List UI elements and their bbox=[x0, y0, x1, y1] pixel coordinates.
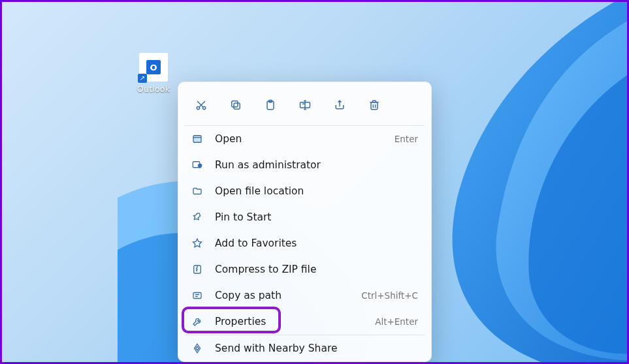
svg-point-0 bbox=[197, 107, 199, 110]
cut-button[interactable] bbox=[190, 95, 212, 117]
star-icon bbox=[190, 236, 204, 250]
menu-item-label: Add to Favorites bbox=[215, 237, 418, 249]
menu-item-label: Run as administrator bbox=[215, 159, 418, 171]
paste-button[interactable] bbox=[259, 95, 282, 117]
context-menu-action-row bbox=[182, 87, 427, 125]
nearby-icon bbox=[190, 341, 204, 356]
zip-icon bbox=[190, 262, 204, 277]
rename-button[interactable] bbox=[294, 95, 316, 117]
menu-item-shortcut: Ctrl+Shift+C bbox=[361, 290, 418, 301]
menu-item-copy-as-path[interactable]: Copy as path Ctrl+Shift+C bbox=[182, 282, 427, 309]
delete-button[interactable] bbox=[363, 95, 385, 117]
menu-item-open[interactable]: Open Enter bbox=[182, 126, 427, 152]
share-icon bbox=[333, 99, 346, 114]
menu-item-pin-start[interactable]: Pin to Start bbox=[182, 204, 427, 230]
svg-rect-11 bbox=[193, 293, 201, 299]
menu-item-label: Pin to Start bbox=[215, 211, 418, 223]
outlook-icon: O ↗ bbox=[139, 53, 168, 82]
menu-item-run-administrator[interactable]: Run as administrator bbox=[182, 152, 427, 178]
delete-icon bbox=[368, 99, 381, 114]
context-menu: Open Enter Run as administrator Open fil… bbox=[178, 82, 432, 362]
menu-item-shortcut: Enter bbox=[395, 134, 418, 144]
menu-item-shortcut: Alt+Enter bbox=[375, 316, 418, 327]
copypath-icon bbox=[190, 288, 204, 303]
rename-icon bbox=[298, 99, 312, 114]
desktop-shortcut-outlook[interactable]: O ↗ Outlook bbox=[133, 53, 174, 94]
cut-icon bbox=[195, 99, 208, 114]
shortcut-arrow-icon: ↗ bbox=[138, 74, 147, 83]
copy-icon bbox=[229, 99, 242, 114]
menu-item-label: Open bbox=[215, 133, 395, 145]
svg-rect-2 bbox=[234, 103, 240, 109]
paste-icon bbox=[264, 99, 277, 114]
pin-icon bbox=[190, 210, 204, 224]
menu-item-add-favorites[interactable]: Add to Favorites bbox=[182, 230, 427, 256]
svg-rect-8 bbox=[193, 136, 201, 143]
open-icon bbox=[190, 132, 204, 146]
menu-item-label: Compress to ZIP file bbox=[215, 264, 418, 275]
share-button[interactable] bbox=[329, 95, 351, 117]
svg-rect-7 bbox=[371, 102, 378, 110]
svg-point-1 bbox=[203, 107, 206, 110]
menu-item-label: Copy as path bbox=[215, 290, 361, 301]
desktop-shortcut-label: Outlook bbox=[137, 84, 170, 94]
menu-item-label: Send with Nearby Share bbox=[215, 342, 418, 354]
folder-icon bbox=[190, 184, 204, 198]
menu-item-properties[interactable]: Properties Alt+Enter bbox=[182, 309, 427, 335]
admin-icon bbox=[190, 158, 204, 172]
wrench-icon bbox=[190, 314, 204, 329]
menu-item-compress-zip[interactable]: Compress to ZIP file bbox=[182, 256, 427, 282]
menu-item-label: Properties bbox=[215, 316, 375, 327]
copy-button[interactable] bbox=[225, 95, 247, 117]
menu-item-open-file-location[interactable]: Open file location bbox=[182, 178, 427, 204]
menu-item-nearby-share[interactable]: Send with Nearby Share bbox=[182, 335, 427, 361]
svg-rect-3 bbox=[232, 101, 238, 107]
menu-item-label: Open file location bbox=[215, 185, 418, 197]
